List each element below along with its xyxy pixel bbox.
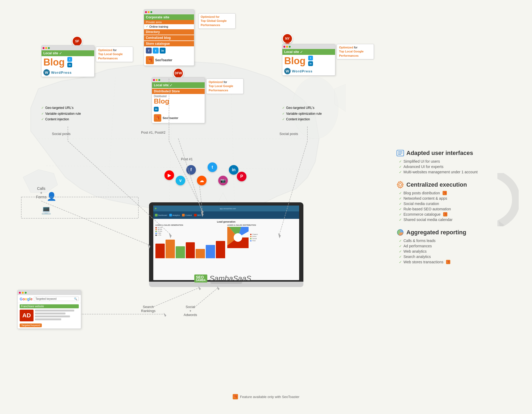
keyword-text: Targeted keyword: [35, 297, 56, 300]
adapted-ui-section: Adapted user interfaces ✓ Simplified UI …: [396, 149, 497, 174]
person-mobile-icon: 👤: [47, 192, 56, 201]
ny-check-icon: ✓: [300, 50, 303, 54]
ny-titlebar: [282, 44, 335, 49]
sf-wp-logo: W: [43, 69, 50, 76]
st-badge-icon-agg: 🎁: [446, 260, 450, 264]
cent-badge-1: 🎁: [443, 191, 447, 195]
ad-lines: [35, 310, 79, 321]
agg-item-4: ✓ Search analytics: [399, 255, 497, 259]
bar-2: [166, 240, 175, 258]
laptop-screen-outer: app.seosamba.com Dashboard Analytics Con…: [149, 202, 303, 282]
dashboard-nav: Dashboard Analytics Content SEO: [153, 211, 299, 219]
post-left-label: Post #1, Post#2: [141, 130, 166, 134]
centralized-execution-section: Centralized execution ✓ Blog posts distr…: [396, 181, 497, 222]
nav-dashboard[interactable]: Dashboard: [155, 214, 167, 216]
private-area-row: Private area: [144, 20, 194, 24]
twitter-float-icon: t: [208, 162, 217, 172]
seosamba-logo: SEO SAMBA SambaSaaS: [194, 274, 251, 283]
centralized-blog-section: Centralized blog: [144, 35, 194, 40]
google-logo: Google: [20, 297, 32, 301]
gear-icon: [396, 181, 404, 189]
feature-st-icon: 🎁: [233, 394, 238, 399]
linkedin-icon: in: [160, 48, 166, 54]
dfw-site-title: Local site: [154, 83, 168, 87]
right-chart-section: LEADS & SALES DISTRIBUTION: [227, 224, 297, 258]
nav-analytics[interactable]: Analytics: [169, 214, 180, 216]
main-container: Corporate site Private area ✓ Online tra…: [0, 0, 532, 414]
adapted-ui-list: ✓ Simplified UI for users ✓ Advanced UI …: [396, 159, 497, 174]
ny-checklist: ✓Geo-targeted URL's ✓Variable optimizati…: [282, 105, 322, 122]
ad-line-4: [35, 318, 61, 320]
dfw-pin-circle: DFW: [173, 68, 184, 79]
google-search-row: Google Targeted keyword 🔍: [18, 295, 81, 303]
right-panel: Adapted user interfaces ✓ Simplified UI …: [396, 149, 497, 271]
dot-r3: [153, 79, 155, 81]
nav-content[interactable]: Content: [182, 214, 192, 216]
ny-blog-text: Blog: [282, 56, 307, 66]
pie-area: Organic Direct Social Paid: [227, 227, 297, 248]
dfw-linkedin: in: [154, 107, 159, 112]
dfw-st-icon: 🎁: [154, 114, 161, 122]
svg-marker-38: [499, 221, 504, 226]
sf-check-2: ✓Variable optimization rule: [41, 111, 81, 117]
nav-analytics-icon: [169, 214, 172, 216]
bar-6: [206, 245, 215, 258]
google-content: Franchisee website AD Targeted keyword: [18, 303, 81, 329]
centralized-list: ✓ Blog posts distribution 🎁 ✓ Networked …: [396, 191, 497, 222]
left-chart-section: LEADS & SALES GENERATION 42.1% 38.5% 12.…: [155, 224, 225, 258]
facebook-icon: f: [146, 48, 152, 54]
youtube-float-icon: ▶: [164, 170, 174, 180]
seo-text: SEO: [196, 275, 206, 279]
sf-linkedin: in: [67, 63, 72, 67]
pie-legend: Organic Direct Social Paid: [250, 233, 258, 241]
sf-check-icon: ✓: [59, 51, 62, 55]
google-search-box[interactable]: Targeted keyword 🔍: [34, 297, 79, 301]
ad-block: AD: [20, 310, 79, 321]
dfw-seotoaster: 🎁 SeoToaster: [152, 113, 205, 123]
dfw-check-icon: ✓: [170, 83, 173, 87]
dashboard-topbar: app.seosamba.com: [153, 206, 299, 211]
svg-point-36: [399, 183, 402, 186]
post-center-label: Post #1: [181, 157, 193, 161]
st-badge-icon-1: 🎁: [443, 191, 447, 195]
adapted-ui-title-row: Adapted user interfaces: [396, 149, 497, 157]
bar-chart: [155, 237, 225, 258]
google-dot-y: [22, 292, 24, 294]
ny-opt-label: Optimized: [339, 46, 353, 49]
instagram-float-icon: 📷: [218, 176, 228, 185]
nav-seo[interactable]: SEO: [194, 214, 201, 216]
left-legend: 42.1% 38.5% 12.4% 5.3% 1.7%: [155, 227, 225, 236]
ny-check-2: ✓Variable optimization rule: [282, 111, 322, 117]
sambasaas-name: SambaSaaS: [209, 274, 251, 283]
dot-r: [43, 47, 44, 49]
ny-wp-text: WordPress: [292, 69, 312, 73]
person-desk-icon: 💻: [41, 205, 51, 214]
google-dot-g: [25, 292, 27, 294]
dot-g2: [289, 46, 291, 48]
nav-content-icon: [182, 214, 185, 216]
seotoaster-text: SeoToaster: [155, 58, 172, 62]
ny-twitter: t: [308, 56, 313, 60]
dfw-st-text: SeoToaster: [163, 116, 178, 120]
sf-check-3: ✓Content injection: [41, 117, 81, 122]
ny-check-3: ✓Content injection: [282, 117, 322, 122]
dfw-optimized-badge: Optimized for Top Local Google Performan…: [206, 79, 244, 94]
bar-3: [176, 246, 185, 258]
ad-line-3: [35, 315, 70, 317]
ny-site-title: Local site: [284, 50, 299, 54]
nav-dashboard-icon: [155, 214, 158, 216]
adapted-ui-title: Adapted user interfaces: [406, 150, 473, 157]
agg-item-5: ✓ Web stores transactions 🎁: [399, 260, 497, 264]
svg-marker-31: [164, 313, 166, 317]
ny-opt-text: Top Local Google Performances: [339, 50, 364, 57]
aggregated-title: Aggregated reporting: [406, 229, 466, 236]
corporate-site-card: Corporate site Private area ✓ Online tra…: [144, 9, 194, 66]
topbar-url: app.seosamba.com: [158, 208, 298, 210]
agg-item-3: ✓ Web analytics: [399, 249, 497, 253]
store-catalogue-section: Store catalogue: [144, 41, 194, 46]
adapted-ui-item-2: ✓ Advanced UI for experts: [399, 165, 497, 169]
dfw-titlebar: [152, 77, 205, 82]
online-training-row: ✓ Online training: [144, 24, 194, 29]
soundcloud-float-icon: ☁: [197, 176, 207, 185]
ny-blog-section: Blog t in: [282, 55, 335, 67]
